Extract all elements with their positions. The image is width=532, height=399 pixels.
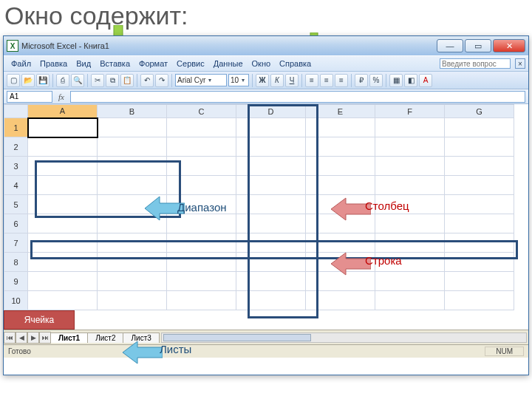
new-icon[interactable]: ▢ bbox=[7, 74, 20, 87]
excel-window: X Microsoft Excel - Книга1 — ▭ ✕ Файл Пр… bbox=[3, 35, 529, 375]
row-header-8[interactable]: 8 bbox=[4, 253, 28, 272]
col-header-G[interactable]: G bbox=[445, 105, 514, 118]
status-bar: Готово NUM bbox=[4, 344, 528, 358]
menu-data[interactable]: Данные bbox=[209, 58, 248, 69]
sheet-tab-2[interactable]: Лист2 bbox=[87, 332, 123, 343]
standard-toolbar: ▢ 📂 💾 ⎙ 🔍 ✂ ⧉ 📋 ↶ ↷ Arial Cyr▾ 10▾ Ж К Ч… bbox=[4, 72, 528, 89]
worksheet-grid: A B C D E F G 1 2 3 4 5 6 7 8 9 10 Ячейк… bbox=[4, 104, 528, 330]
col-header-C[interactable]: C bbox=[167, 105, 236, 118]
mdichild-close-button[interactable]: × bbox=[515, 58, 525, 69]
fx-icon[interactable]: fx bbox=[55, 92, 67, 101]
copy-icon[interactable]: ⧉ bbox=[106, 74, 119, 87]
preview-icon[interactable]: 🔍 bbox=[71, 74, 84, 87]
row-header-10[interactable]: 10 bbox=[4, 291, 28, 310]
horizontal-scrollbar[interactable] bbox=[161, 332, 527, 343]
col-header-D[interactable]: D bbox=[236, 105, 306, 118]
row-header-3[interactable]: 3 bbox=[4, 157, 28, 176]
cut-icon[interactable]: ✂ bbox=[91, 74, 104, 87]
save-icon[interactable]: 💾 bbox=[36, 74, 50, 87]
tab-nav-first[interactable]: ⏮ bbox=[4, 332, 16, 344]
align-right-icon[interactable]: ≡ bbox=[335, 74, 348, 87]
label-range: Диапазон bbox=[177, 201, 227, 214]
label-sheets: Листы bbox=[160, 343, 191, 355]
excel-icon: X bbox=[7, 40, 18, 52]
redo-icon[interactable]: ↷ bbox=[155, 74, 168, 87]
sheet-tab-strip: ⏮ ◀ ▶ ⏭ Лист1 Лист2 Лист3 bbox=[4, 330, 528, 344]
print-icon[interactable]: ⎙ bbox=[56, 74, 69, 87]
arrow-sheets bbox=[123, 340, 163, 365]
col-header-E[interactable]: E bbox=[306, 105, 375, 118]
menu-file[interactable]: Файл bbox=[7, 58, 35, 69]
col-header-A[interactable]: A bbox=[28, 105, 98, 118]
menu-format[interactable]: Формат bbox=[134, 58, 172, 69]
paste-icon[interactable]: 📋 bbox=[120, 74, 134, 87]
italic-icon[interactable]: К bbox=[270, 74, 284, 87]
svg-marker-8 bbox=[123, 341, 163, 364]
row-header-1[interactable]: 1 bbox=[4, 118, 28, 137]
align-center-icon[interactable]: ≡ bbox=[320, 74, 333, 87]
font-combo[interactable]: Arial Cyr▾ bbox=[175, 74, 227, 86]
percent-icon[interactable]: % bbox=[369, 74, 383, 87]
tab-nav-prev[interactable]: ◀ bbox=[16, 332, 27, 344]
menu-window[interactable]: Окно bbox=[248, 58, 276, 69]
row-header-2[interactable]: 2 bbox=[4, 137, 28, 157]
open-icon[interactable]: 📂 bbox=[21, 74, 35, 87]
menu-bar: Файл Правка Вид Вставка Формат Сервис Да… bbox=[4, 55, 528, 72]
app-name: Microsoft Excel - Книга1 bbox=[21, 41, 109, 50]
undo-icon[interactable]: ↶ bbox=[140, 74, 154, 87]
row-header-6[interactable]: 6 bbox=[4, 214, 28, 233]
row-header-7[interactable]: 7 bbox=[4, 233, 28, 253]
menu-help[interactable]: Справка bbox=[275, 58, 316, 69]
window-titlebar: X Microsoft Excel - Книга1 — ▭ ✕ bbox=[4, 36, 528, 55]
borders-icon[interactable]: ▦ bbox=[389, 74, 403, 87]
menu-tools[interactable]: Сервис bbox=[172, 58, 209, 69]
row-header-9[interactable]: 9 bbox=[4, 272, 28, 291]
font-size-combo[interactable]: 10▾ bbox=[228, 74, 249, 86]
align-left-icon[interactable]: ≡ bbox=[305, 74, 318, 87]
fill-color-icon[interactable]: ◧ bbox=[404, 74, 417, 87]
ask-a-question-input[interactable] bbox=[440, 58, 511, 69]
menu-insert[interactable]: Вставка bbox=[95, 58, 134, 69]
cell-highlight: Ячейка bbox=[4, 310, 75, 330]
window-maximize-button[interactable]: ▭ bbox=[465, 39, 491, 52]
window-close-button[interactable]: ✕ bbox=[493, 39, 525, 52]
status-ready: Готово bbox=[8, 347, 31, 355]
formula-input[interactable] bbox=[70, 91, 525, 103]
col-header-B[interactable]: B bbox=[98, 105, 167, 118]
font-color-icon[interactable]: A bbox=[419, 74, 432, 87]
sheet-tab-1[interactable]: Лист1 bbox=[50, 332, 88, 343]
cell-A1[interactable] bbox=[28, 118, 98, 137]
menu-view[interactable]: Вид bbox=[72, 58, 95, 69]
status-num: NUM bbox=[485, 347, 524, 356]
tab-nav-last[interactable]: ⏭ bbox=[39, 332, 51, 344]
currency-icon[interactable]: ₽ bbox=[355, 74, 368, 87]
window-minimize-button[interactable]: — bbox=[437, 39, 463, 52]
row-header-4[interactable]: 4 bbox=[4, 176, 28, 195]
menu-edit[interactable]: Правка bbox=[35, 58, 72, 69]
cells-table: A B C D E F G 1 2 3 4 5 6 7 8 9 10 bbox=[4, 104, 514, 310]
col-header-F[interactable]: F bbox=[375, 105, 445, 118]
underline-icon[interactable]: Ч bbox=[285, 74, 299, 87]
bold-icon[interactable]: Ж bbox=[256, 74, 269, 87]
label-column: Столбец bbox=[365, 200, 409, 212]
name-box[interactable]: A1 bbox=[7, 91, 52, 103]
label-row: Строка bbox=[365, 254, 402, 267]
row-header-5[interactable]: 5 bbox=[4, 195, 28, 214]
formula-bar-row: A1 fx bbox=[4, 89, 528, 104]
select-all-corner[interactable] bbox=[4, 105, 28, 118]
tab-nav-next[interactable]: ▶ bbox=[27, 332, 39, 344]
